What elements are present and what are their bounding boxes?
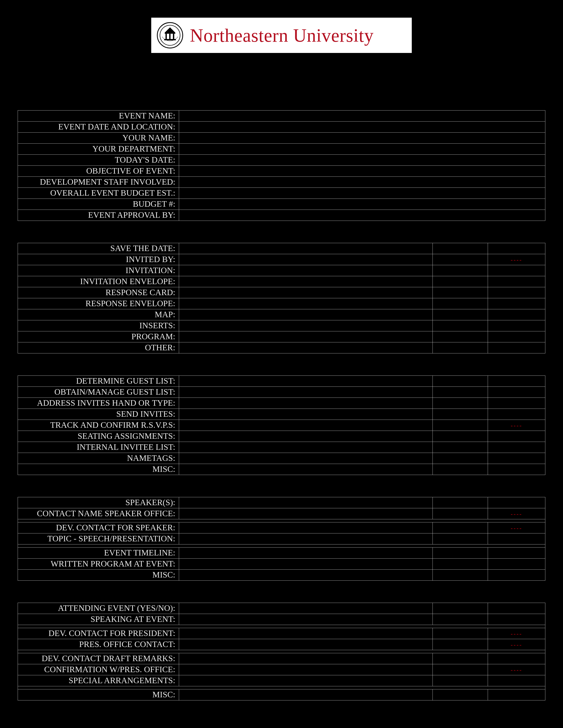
field-aux-2[interactable] [488, 298, 545, 309]
field-aux-2[interactable] [488, 548, 545, 559]
field-value[interactable] [179, 548, 433, 559]
field-value[interactable] [179, 559, 433, 570]
field-aux-2[interactable] [488, 464, 545, 475]
field-aux-1[interactable] [433, 522, 488, 533]
field-aux-2[interactable] [488, 265, 545, 276]
field-aux-2[interactable] [488, 442, 545, 453]
field-aux-2[interactable] [488, 387, 545, 398]
field-value[interactable] [179, 254, 433, 265]
field-aux-1[interactable] [433, 689, 488, 700]
field-aux-1[interactable] [433, 497, 488, 508]
field-aux-1[interactable] [433, 320, 488, 331]
field-aux-1[interactable] [433, 453, 488, 464]
field-aux-2[interactable]: ---- [488, 639, 545, 650]
field-value[interactable] [179, 133, 545, 144]
field-aux-2[interactable] [488, 342, 545, 353]
field-aux-2[interactable] [488, 533, 545, 544]
field-value[interactable] [179, 320, 433, 331]
field-aux-1[interactable] [433, 431, 488, 442]
field-aux-1[interactable] [433, 603, 488, 614]
field-aux-2[interactable] [488, 653, 545, 664]
field-aux-2[interactable] [488, 331, 545, 342]
field-aux-1[interactable] [433, 387, 488, 398]
field-value[interactable] [179, 653, 433, 664]
field-aux-1[interactable] [433, 309, 488, 320]
field-value[interactable] [179, 533, 433, 544]
field-value[interactable] [179, 614, 433, 625]
field-value[interactable] [179, 675, 433, 686]
field-aux-1[interactable] [433, 614, 488, 625]
field-aux-1[interactable] [433, 508, 488, 519]
field-value[interactable] [179, 298, 433, 309]
field-aux-2[interactable] [488, 453, 545, 464]
field-aux-2[interactable] [488, 570, 545, 581]
field-aux-2[interactable] [488, 614, 545, 625]
field-aux-1[interactable] [433, 675, 488, 686]
field-aux-1[interactable] [433, 420, 488, 431]
field-aux-1[interactable] [433, 243, 488, 254]
field-aux-1[interactable] [433, 298, 488, 309]
field-aux-2[interactable] [488, 431, 545, 442]
field-aux-2[interactable]: ---- [488, 664, 545, 675]
field-aux-2[interactable]: ---- [488, 254, 545, 265]
field-value[interactable] [179, 276, 433, 287]
field-value[interactable] [179, 111, 545, 122]
field-aux-1[interactable] [433, 376, 488, 387]
field-aux-2[interactable] [488, 243, 545, 254]
field-aux-2[interactable] [488, 320, 545, 331]
field-value[interactable] [179, 155, 545, 166]
field-value[interactable] [179, 522, 433, 533]
field-value[interactable] [179, 243, 433, 254]
field-value[interactable] [179, 265, 433, 276]
field-aux-1[interactable] [433, 570, 488, 581]
field-aux-1[interactable] [433, 639, 488, 650]
field-aux-2[interactable] [488, 675, 545, 686]
field-aux-1[interactable] [433, 342, 488, 353]
field-value[interactable] [179, 628, 433, 639]
field-aux-1[interactable] [433, 664, 488, 675]
field-value[interactable] [179, 664, 433, 675]
field-aux-2[interactable]: ---- [488, 628, 545, 639]
field-aux-1[interactable] [433, 398, 488, 409]
field-value[interactable] [179, 376, 433, 387]
field-value[interactable] [179, 199, 545, 210]
field-aux-1[interactable] [433, 409, 488, 420]
field-aux-2[interactable] [488, 309, 545, 320]
field-value[interactable] [179, 398, 433, 409]
field-aux-1[interactable] [433, 254, 488, 265]
field-value[interactable] [179, 188, 545, 199]
field-value[interactable] [179, 420, 433, 431]
field-aux-1[interactable] [433, 533, 488, 544]
field-aux-1[interactable] [433, 628, 488, 639]
field-aux-1[interactable] [433, 287, 488, 298]
field-value[interactable] [179, 287, 433, 298]
field-value[interactable] [179, 603, 433, 614]
field-value[interactable] [179, 639, 433, 650]
field-value[interactable] [179, 442, 433, 453]
field-aux-2[interactable] [488, 603, 545, 614]
field-value[interactable] [179, 387, 433, 398]
field-aux-2[interactable] [488, 287, 545, 298]
field-aux-2[interactable] [488, 497, 545, 508]
field-aux-2[interactable] [488, 276, 545, 287]
field-aux-1[interactable] [433, 559, 488, 570]
field-value[interactable] [179, 570, 433, 581]
field-aux-1[interactable] [433, 276, 488, 287]
field-value[interactable] [179, 508, 433, 519]
field-aux-2[interactable]: ---- [488, 522, 545, 533]
field-value[interactable] [179, 689, 433, 700]
field-aux-2[interactable]: ---- [488, 508, 545, 519]
field-aux-1[interactable] [433, 265, 488, 276]
field-aux-1[interactable] [433, 653, 488, 664]
field-aux-1[interactable] [433, 442, 488, 453]
field-value[interactable] [179, 331, 433, 342]
field-aux-2[interactable] [488, 398, 545, 409]
field-value[interactable] [179, 309, 433, 320]
field-aux-1[interactable] [433, 464, 488, 475]
field-aux-2[interactable] [488, 689, 545, 700]
field-aux-1[interactable] [433, 331, 488, 342]
field-value[interactable] [179, 210, 545, 221]
field-value[interactable] [179, 177, 545, 188]
field-aux-2[interactable] [488, 376, 545, 387]
field-value[interactable] [179, 409, 433, 420]
